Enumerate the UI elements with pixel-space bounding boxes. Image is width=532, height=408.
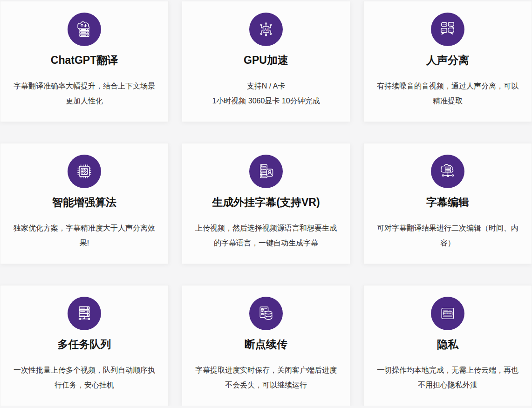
feature-description: 字幕翻译准确率大幅提升，结合上下文场景更加人性化: [12, 79, 157, 109]
feature-card-privacy: WWW 隐私 一切操作均本地完成，无需上传云端，再也不用担心隐私外泄: [363, 285, 532, 406]
feature-title: GPU加速: [182, 54, 350, 67]
server-database-icon: [249, 297, 283, 330]
feature-title: 生成外挂字幕(支持VR): [182, 196, 350, 209]
feature-title: 断点续传: [182, 338, 350, 351]
feature-card-voice-separation: 人声分离 有持续噪音的音视频，通过人声分离，可以精准提取: [363, 1, 532, 122]
cloud-transfer-server-icon: [68, 13, 101, 46]
feature-description: 上传视频，然后选择视频源语言和想要生成的字幕语言，一键自动生成字幕: [193, 221, 339, 251]
svg-text:AI: AI: [264, 27, 267, 32]
feature-description: 可对字幕翻译结果进行二次编辑（时间、内容）: [375, 221, 520, 251]
cloud-server-network-icon: [431, 155, 464, 188]
feature-card-smart-algorithm: 智能增强算法 独家优化方案，字幕精准度大于人声分离效果!: [0, 143, 169, 264]
browser-www-icon: WWW: [431, 297, 464, 330]
feature-title: 字幕编辑: [364, 196, 532, 209]
feature-card-subtitle-edit: 字幕编辑 可对字幕翻译结果进行二次编辑（时间、内容）: [363, 143, 532, 264]
svg-text:WWW: WWW: [443, 312, 452, 315]
feature-description: 字幕提取进度实时保存，关闭客户端后进度不会丢失，可以继续运行: [193, 363, 339, 393]
server-stack-network-icon: [68, 297, 101, 330]
feature-description: 独家优化方案，字幕精准度大于人声分离效果!: [12, 221, 157, 251]
feature-card-task-queue: 多任务队列 一次性批量上传多个视频，队列自动顺序执行任务，安心挂机: [0, 285, 169, 406]
feature-title: ChatGPT翻译: [0, 54, 168, 67]
feature-card-resume: 断点续传 字幕提取进度实时保存，关闭客户端后进度不会丢失，可以继续运行: [182, 285, 350, 406]
feature-card-subtitle-generate: 生成外挂字幕(支持VR) 上传视频，然后选择视频源语言和想要生成的字幕语言，一键…: [182, 143, 350, 264]
feature-card-chatgpt-translate: ChatGPT翻译 字幕翻译准确率大幅提升，结合上下文场景更加人性化: [0, 1, 169, 122]
voice-chat-bubbles-icon: [431, 13, 464, 46]
cpu-gear-icon: [68, 155, 101, 188]
feature-description: 有持续噪音的音视频，通过人声分离，可以精准提取: [375, 79, 520, 109]
server-rack-user-icon: [249, 155, 283, 188]
feature-card-gpu: AI GPU加速 支持N / A卡 1小时视频 3060显卡 10分钟完成: [182, 1, 350, 122]
feature-title: 人声分离: [364, 54, 532, 67]
feature-title: 多任务队列: [0, 338, 168, 351]
feature-title: 隐私: [364, 338, 532, 351]
features-grid: ChatGPT翻译 字幕翻译准确率大幅提升，结合上下文场景更加人性化 AI GP…: [0, 0, 532, 406]
feature-description: 支持N / A卡 1小时视频 3060显卡 10分钟完成: [193, 79, 339, 109]
feature-description: 一次性批量上传多个视频，队列自动顺序执行任务，安心挂机: [12, 363, 157, 393]
feature-title: 智能增强算法: [0, 196, 168, 209]
feature-description: 一切操作均本地完成，无需上传云端，再也不用担心隐私外泄: [375, 363, 520, 393]
ai-chip-circuit-icon: AI: [249, 13, 283, 46]
